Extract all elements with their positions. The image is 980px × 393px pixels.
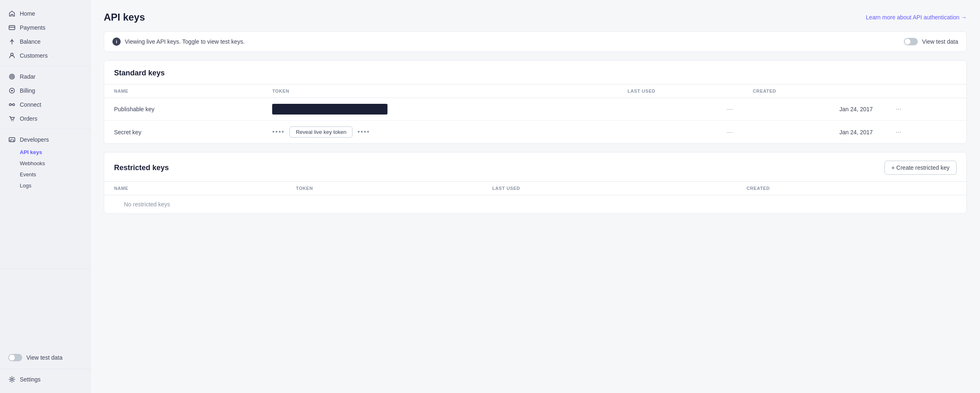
last-used-dash-2: — [726,129,733,136]
standard-keys-title: Standard keys [114,69,165,77]
restricted-keys-title: Restricted keys [114,164,169,172]
sidebar-item-settings[interactable]: Settings [0,372,90,386]
svg-point-11 [11,120,12,121]
restricted-keys-table: NAME TOKEN LAST USED CREATED No restrict… [104,181,966,213]
table-row-publishable: Publishable key — Jan 24, 2017 ··· [104,98,966,121]
radar-icon [8,73,16,80]
standard-keys-card: Standard keys NAME TOKEN LAST USED CREAT… [104,60,967,144]
col-actions [883,84,966,98]
view-test-data-toggle-header[interactable] [904,38,918,45]
restricted-col-token: TOKEN [286,182,483,195]
sidebar-item-payments[interactable]: Payments [0,21,90,35]
standard-keys-table: NAME TOKEN LAST USED CREATED Publishable… [104,84,966,143]
sidebar-sub-api-keys[interactable]: API keys [0,147,90,158]
publishable-key-created: Jan 24, 2017 [743,98,882,121]
info-banner-text: Viewing live API keys. Toggle to view te… [125,38,245,45]
svg-point-14 [11,379,13,381]
secret-key-menu-btn[interactable]: ··· [893,127,905,138]
toggle-knob [9,355,15,360]
sidebar-item-settings-label: Settings [20,376,41,383]
developers-icon [8,136,16,143]
learn-more-link[interactable]: Learn more about API authentication → [866,14,967,21]
token-dots-left: •••• [272,128,285,135]
settings-icon [8,376,16,383]
sidebar-item-payments-label: Payments [20,24,45,31]
create-restricted-key-button[interactable]: + Create restricted key [884,161,957,175]
svg-point-5 [12,76,12,77]
sidebar-item-balance-label: Balance [20,38,41,45]
sidebar-item-home-label: Home [20,10,35,17]
svg-point-12 [13,120,14,121]
sidebar-item-radar-label: Radar [20,73,35,80]
secret-key-last-used: — [618,121,743,144]
sidebar-sub-events-label: Events [20,171,36,178]
publishable-key-name: Publishable key [104,98,262,121]
view-test-data-header-label: View test data [922,38,958,45]
svg-point-2 [11,53,13,56]
sidebar-item-billing[interactable]: Billing [0,84,90,98]
sidebar-item-home[interactable]: Home [0,7,90,21]
sidebar-item-customers[interactable]: Customers [0,49,90,63]
sidebar-item-customers-label: Customers [20,52,48,59]
publishable-key-actions: ··· [883,98,966,121]
publishable-key-token [262,98,618,121]
standard-keys-header: Standard keys [104,61,966,84]
sidebar-sub-logs-label: Logs [20,182,31,189]
svg-point-9 [13,104,15,106]
publishable-key-last-used: — [618,98,743,121]
secret-key-name: Secret key [104,121,262,144]
connect-icon [8,101,16,108]
sidebar: Home Payments Balance Customers [0,0,91,393]
main-content: API keys Learn more about API authentica… [91,0,980,393]
table-row-secret: Secret key •••• Reveal live key token ••… [104,121,966,144]
col-name: NAME [104,84,262,98]
toggle-right: View test data [904,38,958,45]
page-header: API keys Learn more about API authentica… [104,12,967,23]
payments-icon [8,24,16,31]
col-created: CREATED [743,84,882,98]
balance-icon [8,38,16,45]
home-icon [8,10,16,17]
sidebar-sub-api-keys-label: API keys [20,149,42,155]
restricted-keys-card: Restricted keys + Create restricted key … [104,152,967,214]
sidebar-item-connect-label: Connect [20,101,41,108]
sidebar-item-orders[interactable]: Orders [0,112,90,126]
sidebar-item-radar[interactable]: Radar [0,70,90,84]
restricted-col-created: CREATED [737,182,966,195]
sidebar-sub-webhooks[interactable]: Webhooks [0,158,90,169]
sidebar-sub-webhooks-label: Webhooks [20,160,45,166]
secret-key-created: Jan 24, 2017 [743,121,882,144]
restricted-keys-header: Restricted keys + Create restricted key [104,152,966,181]
standard-keys-table-header-row: NAME TOKEN LAST USED CREATED [104,84,966,98]
publishable-key-menu-btn[interactable]: ··· [893,104,905,115]
sidebar-item-balance[interactable]: Balance [0,35,90,49]
sidebar-sub-events[interactable]: Events [0,169,90,180]
sidebar-sub-logs[interactable]: Logs [0,180,90,191]
sidebar-item-developers[interactable]: Developers [0,133,90,147]
sidebar-divider-1 [0,66,90,66]
secret-key-token: •••• Reveal live key token •••• [262,121,618,144]
sidebar-item-connect[interactable]: Connect [0,98,90,112]
last-used-dash-1: — [726,105,733,112]
view-test-data-toggle[interactable] [8,354,22,361]
info-banner-left: i Viewing live API keys. Toggle to view … [112,37,245,46]
view-test-data-label: View test data [26,354,63,361]
sidebar-item-orders-label: Orders [20,115,37,122]
sidebar-item-developers-label: Developers [20,136,49,143]
restricted-keys-header-row: NAME TOKEN LAST USED CREATED [104,182,966,195]
col-last-used: LAST USED [618,84,743,98]
sidebar-divider-4 [0,369,90,369]
restricted-col-last-used: LAST USED [482,182,737,195]
col-token: TOKEN [262,84,618,98]
secret-key-actions: ··· [883,121,966,144]
orders-icon [8,115,16,122]
reveal-key-btn[interactable]: Reveal live key token [289,126,352,138]
token-redacted [272,104,387,115]
view-test-data-row: View test data [0,350,90,365]
sidebar-divider-3 [0,269,90,269]
sidebar-item-billing-label: Billing [20,87,35,94]
empty-state-text: No restricted keys [114,193,180,214]
svg-rect-0 [9,26,15,30]
page-title: API keys [104,12,145,23]
token-dots-right: •••• [357,128,370,135]
